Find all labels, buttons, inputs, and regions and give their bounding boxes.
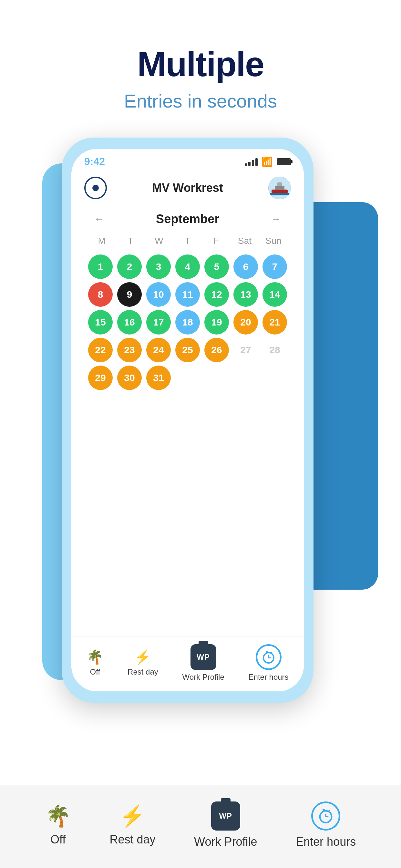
phone-scene: 9:42 📶 xyxy=(23,137,378,771)
calendar-day[interactable]: 26 xyxy=(204,338,229,362)
action-bolt-icon: ⚡ xyxy=(120,804,145,828)
calendar-day[interactable]: 21 xyxy=(263,310,287,335)
calendar-day[interactable]: 23 xyxy=(117,338,142,362)
palm-tree-icon: 🌴 xyxy=(87,649,103,665)
calendar-day[interactable]: 7 xyxy=(263,254,287,279)
calendar-day[interactable]: 14 xyxy=(263,282,287,307)
calendar-day[interactable]: 4 xyxy=(175,254,200,279)
battery-icon xyxy=(277,158,291,165)
avatar-ship-icon xyxy=(268,177,291,199)
calendar-day[interactable]: 5 xyxy=(204,254,229,279)
headline-subtitle: Entries in seconds xyxy=(124,90,277,112)
calendar-day[interactable]: 30 xyxy=(117,366,142,390)
calendar-day[interactable]: 6 xyxy=(234,254,258,279)
bottom-action-bar: 🌴 Off ⚡ Rest day WP Work Profile xyxy=(0,785,401,868)
calendar-day[interactable]: 27 xyxy=(234,338,258,362)
action-enter-hours-icon xyxy=(311,802,340,831)
calendar-day[interactable]: 19 xyxy=(204,310,229,335)
calendar-day[interactable]: 10 xyxy=(146,282,171,307)
month-title: September xyxy=(156,212,219,226)
next-month-button[interactable]: → xyxy=(271,213,281,225)
tab-off[interactable]: 🌴 Off xyxy=(87,649,103,677)
prev-month-button[interactable]: ← xyxy=(94,213,104,225)
calendar-day[interactable]: 9 xyxy=(117,282,142,307)
app-logo-dot xyxy=(92,185,99,191)
tab-rest-label: Rest day xyxy=(127,668,158,677)
day-header-tue: T xyxy=(116,232,145,249)
calendar-days: 1234567891011121314151617181920212223242… xyxy=(88,254,288,390)
tab-off-label: Off xyxy=(90,668,100,677)
tab-rest-day[interactable]: ⚡ Rest day xyxy=(127,649,158,677)
headline-title: Multiple xyxy=(124,45,277,84)
tab-enter-hours[interactable]: Enter hours xyxy=(249,644,289,682)
status-icons: 📶 xyxy=(245,156,291,167)
day-header-mon: M xyxy=(88,232,116,249)
enter-hours-icon xyxy=(256,644,281,670)
calendar-day[interactable]: 15 xyxy=(88,310,113,335)
calendar-day[interactable]: 31 xyxy=(146,366,171,390)
day-header-thu: T xyxy=(174,232,202,249)
calendar-day[interactable]: 25 xyxy=(175,338,200,362)
avatar xyxy=(268,177,291,199)
calendar-day[interactable]: 3 xyxy=(146,254,171,279)
tab-work-label: Work Profile xyxy=(182,673,224,682)
action-off-label: Off xyxy=(50,833,66,846)
calendar-day[interactable]: 24 xyxy=(146,338,171,362)
calendar-day[interactable]: 28 xyxy=(263,338,287,362)
calendar-day-empty xyxy=(234,366,258,390)
day-headers: M T W T F Sat Sun xyxy=(88,232,288,249)
calendar-day[interactable]: 29 xyxy=(88,366,113,390)
tab-hours-label: Enter hours xyxy=(249,673,289,682)
calendar-day[interactable]: 22 xyxy=(88,338,113,362)
calendar-day[interactable]: 2 xyxy=(117,254,142,279)
phone-frame: 9:42 📶 xyxy=(62,137,313,703)
signal-icon xyxy=(245,158,258,166)
action-rest-day[interactable]: ⚡ Rest day xyxy=(110,804,155,846)
calendar-nav: ← September → xyxy=(81,206,294,232)
app-header: MV Workrest xyxy=(71,172,304,206)
work-profile-icon: WP xyxy=(190,644,216,670)
bolt-icon: ⚡ xyxy=(134,649,151,665)
tab-work-profile[interactable]: WP Work Profile xyxy=(182,644,224,682)
day-header-sat: Sat xyxy=(230,232,259,249)
calendar-section: ← September → M T W T F Sat Sun xyxy=(71,206,304,636)
action-work-label: Work Profile xyxy=(194,835,257,848)
day-header-fri: F xyxy=(202,232,230,249)
calendar-day[interactable]: 11 xyxy=(175,282,200,307)
phone-screen: 9:42 📶 xyxy=(71,149,304,691)
action-hours-label: Enter hours xyxy=(296,835,356,848)
action-enter-hours[interactable]: Enter hours xyxy=(296,802,356,848)
action-alarm-icon xyxy=(318,808,334,824)
day-header-wed: W xyxy=(145,232,174,249)
app-title: MV Workrest xyxy=(152,181,223,195)
svg-rect-2 xyxy=(275,186,284,190)
svg-rect-4 xyxy=(268,193,291,195)
calendar-day[interactable]: 20 xyxy=(234,310,258,335)
action-rest-label: Rest day xyxy=(110,833,155,846)
action-work-profile-icon: WP xyxy=(211,802,240,831)
calendar-day[interactable]: 17 xyxy=(146,310,171,335)
calendar-day[interactable]: 1 xyxy=(88,254,113,279)
calendar-day-empty xyxy=(263,366,287,390)
status-bar: 9:42 📶 xyxy=(71,149,304,172)
action-off[interactable]: 🌴 Off xyxy=(45,804,71,846)
day-header-sun: Sun xyxy=(259,232,288,249)
status-time: 9:42 xyxy=(84,156,105,167)
calendar-day[interactable]: 18 xyxy=(175,310,200,335)
calendar-day-empty xyxy=(175,366,200,390)
action-palm-icon: 🌴 xyxy=(45,804,71,828)
calendar-day[interactable]: 13 xyxy=(234,282,258,307)
calendar-day[interactable]: 8 xyxy=(88,282,113,307)
calendar-day[interactable]: 12 xyxy=(204,282,229,307)
app-logo xyxy=(84,177,107,199)
action-work-profile[interactable]: WP Work Profile xyxy=(194,802,257,848)
alarm-plus-icon xyxy=(261,650,276,664)
wifi-icon: 📶 xyxy=(261,156,273,167)
svg-rect-3 xyxy=(277,182,282,186)
headline-section: Multiple Entries in seconds xyxy=(124,0,277,112)
calendar-day-empty xyxy=(204,366,229,390)
calendar-day[interactable]: 16 xyxy=(117,310,142,335)
tab-bar: 🌴 Off ⚡ Rest day WP Work Profile xyxy=(71,636,304,691)
page-wrapper: Multiple Entries in seconds 9:42 xyxy=(0,0,401,868)
calendar-grid: M T W T F Sat Sun 1234567891011121314151… xyxy=(81,232,294,390)
